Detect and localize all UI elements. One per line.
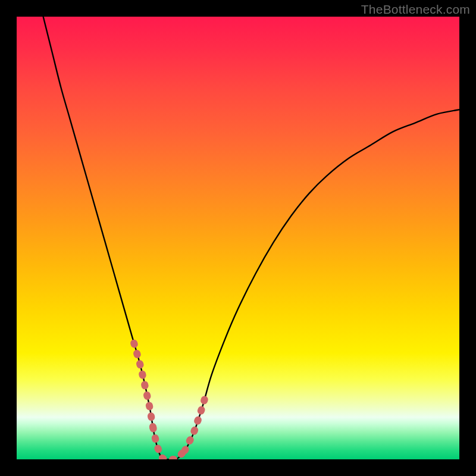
highlight-segment-0 — [134, 343, 154, 433]
highlight-group — [134, 343, 205, 459]
watermark-text: TheBottleneck.com — [361, 2, 470, 17]
highlight-segment-2 — [185, 399, 205, 450]
plot-area — [17, 17, 459, 459]
chart-frame: TheBottleneck.com — [0, 0, 476, 476]
highlight-segment-1 — [153, 427, 184, 459]
bottleneck-curve — [43, 17, 459, 459]
curve-layer — [17, 17, 459, 459]
main-curve-path — [43, 17, 459, 459]
